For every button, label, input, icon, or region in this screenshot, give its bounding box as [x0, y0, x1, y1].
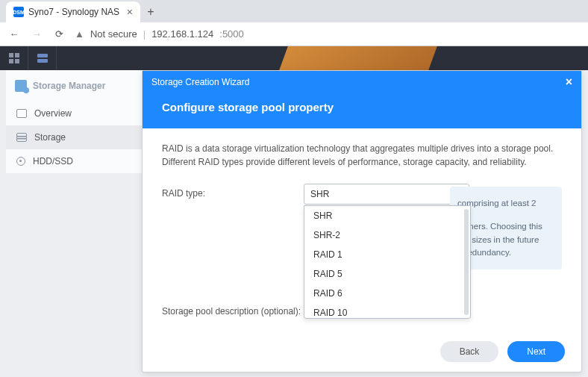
hint-text-2a: ginners. Choosing this	[457, 220, 554, 233]
hdd-icon	[16, 157, 25, 166]
forward-nav-icon[interactable]: →	[30, 28, 43, 40]
back-nav-icon[interactable]: ←	[7, 28, 21, 40]
browser-tab[interactable]: DSM Syno7 - Synology NAS ×	[6, 1, 140, 22]
raid-option-raid5[interactable]: RAID 5	[304, 264, 470, 284]
tab-close-icon[interactable]: ×	[127, 6, 133, 18]
wizard-close-button[interactable]: ×	[566, 75, 572, 89]
grid-icon	[9, 53, 19, 63]
next-button[interactable]: Next	[507, 341, 565, 362]
wizard-page-title: Configure storage pool property	[143, 93, 581, 128]
storage-creation-wizard: Storage Creation Wizard × Configure stor…	[142, 70, 582, 373]
raid-option-raid1[interactable]: RAID 1	[304, 245, 470, 264]
reload-icon[interactable]: ⟳	[52, 28, 66, 40]
main-menu-button[interactable]	[0, 46, 28, 70]
security-label: Not secure	[90, 28, 137, 40]
sidebar-title-text: Storage Manager	[33, 81, 105, 91]
storage-manager-sidebar: Storage Manager Overview Storage HDD/SSD	[6, 70, 142, 173]
new-tab-button[interactable]: +	[140, 1, 161, 22]
apps-button[interactable]	[28, 46, 57, 70]
tab-favicon: DSM	[13, 7, 24, 17]
storage-icon	[16, 133, 27, 142]
storage-manager-icon	[15, 80, 27, 92]
raid-type-label: RAID type:	[162, 184, 304, 199]
sidebar-item-storage[interactable]: Storage	[6, 125, 142, 149]
not-secure-icon: ▲	[75, 28, 84, 40]
sidebar-item-label: HDD/SSD	[33, 156, 73, 166]
raid-option-shr2[interactable]: SHR-2	[304, 225, 470, 245]
address-host: 192.168.1.124	[151, 28, 213, 40]
sidebar-item-label: Storage	[34, 132, 66, 143]
wizard-bar-title: Storage Creation Wizard	[151, 77, 249, 87]
pool-description-label: Storage pool description (optional):	[162, 302, 301, 317]
overview-icon	[16, 109, 27, 118]
wizard-intro-text: RAID is a data storage virtualization te…	[162, 142, 562, 169]
sidebar-item-label: Overview	[34, 108, 72, 119]
sidebar-item-overview[interactable]: Overview	[6, 102, 142, 125]
tab-title: Syno7 - Synology NAS	[28, 7, 119, 17]
raid-option-raid10[interactable]: RAID 10	[304, 303, 470, 318]
hint-text-2b: ent sizes in the future	[457, 234, 554, 246]
raid-type-selected-value: SHR	[310, 189, 329, 199]
raid-option-raid6[interactable]: RAID 6	[304, 284, 470, 303]
raid-option-shr[interactable]: SHR	[304, 206, 470, 225]
raid-type-select[interactable]: SHR 👆 SHR SHR-2 RAID 1 RAID 5 RAID 6 RAI…	[304, 184, 469, 205]
raid-type-dropdown: SHR SHR-2 RAID 1 RAID 5 RAID 6 RAID 10 B…	[304, 205, 471, 319]
address-bar[interactable]: ▲ Not secure | 192.168.1.124:5000	[75, 28, 244, 40]
address-separator: |	[143, 28, 146, 40]
address-port: :5000	[219, 28, 244, 40]
hint-text-1: comprising at least 2	[457, 197, 554, 210]
sidebar-title: Storage Manager	[6, 70, 142, 102]
layers-icon	[37, 54, 48, 63]
sidebar-item-hdd-ssd[interactable]: HDD/SSD	[6, 149, 142, 173]
hint-text-2c: a redundancy.	[457, 246, 554, 259]
back-button[interactable]: Back	[440, 341, 499, 362]
app-topbar-accent	[279, 46, 437, 70]
